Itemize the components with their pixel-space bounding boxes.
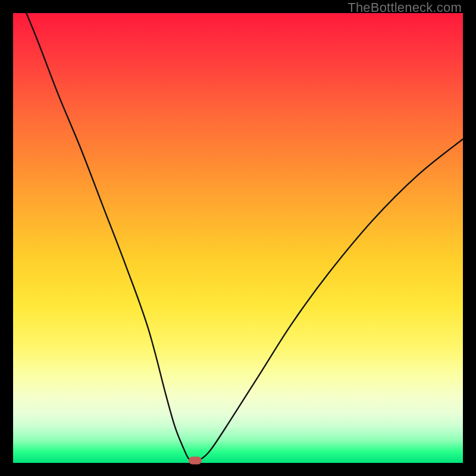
bottleneck-curve (13, 13, 463, 463)
optimal-marker (189, 457, 202, 465)
chart-plot-area (13, 13, 463, 463)
watermark-text: TheBottleneck.com (347, 0, 462, 15)
chart-frame: TheBottleneck.com (0, 0, 476, 476)
